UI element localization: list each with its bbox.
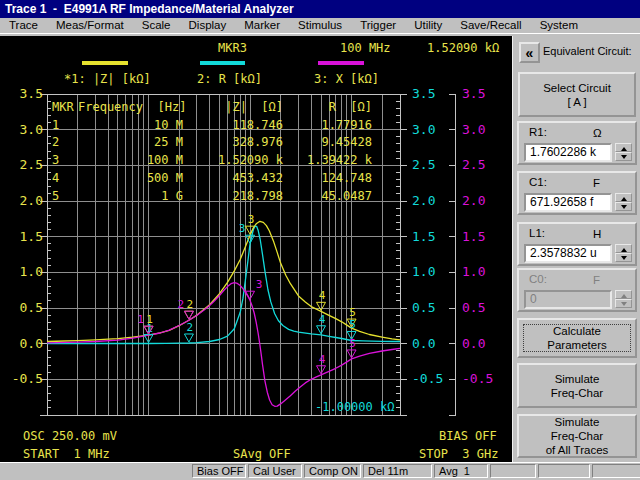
status-cell-avg-1: Avg 1	[434, 464, 488, 478]
trace-1-color-bar	[82, 61, 128, 65]
menu-item-meas-format[interactable]: Meas/Format	[47, 18, 133, 33]
calculate-parameters-button[interactable]: Calculate Parameters	[517, 318, 637, 358]
marker-2-symbol	[184, 334, 193, 342]
marker-2-label: 2	[187, 298, 194, 311]
arrow-down-icon	[621, 155, 627, 159]
focus-rectangle	[523, 324, 631, 352]
status-cell-cal-user: Cal User	[248, 464, 302, 478]
menu-item-marker[interactable]: Marker	[235, 18, 289, 33]
select-circuit-button[interactable]: Select Circuit [ A ]	[518, 72, 636, 117]
status-cell-bias-off: Bias OFF	[192, 464, 246, 478]
table-cell: 1.52090 k	[185, 153, 283, 167]
active-marker-label: MKR3	[218, 41, 247, 55]
active-marker-frequency: 100 MHz	[340, 41, 391, 55]
spinner-down-button[interactable]	[615, 253, 632, 262]
marker-4-label: 4	[319, 289, 326, 302]
marker-2-label: 2	[187, 321, 194, 334]
table-cell: 2	[52, 135, 78, 149]
simulate-all-traces-button[interactable]: Simulate Freq-Char of All Traces	[517, 414, 637, 458]
status-cell-comp-on: Comp ON	[304, 464, 361, 478]
spinner-down-button[interactable]	[615, 152, 632, 161]
status-cell-empty	[490, 464, 536, 478]
marker-3-label: 3	[248, 213, 255, 226]
analyzer-window: Trace 1 - E4991A RF Impedance/Material A…	[0, 0, 640, 480]
axis-label-trace-2: 3.5	[412, 86, 435, 101]
table-cell: 124.748	[285, 171, 372, 185]
marker-1-label: 1	[137, 313, 144, 326]
axis-label-trace-1: 1.0	[20, 264, 43, 279]
table-cell: 5	[52, 189, 78, 203]
status-cell-empty	[538, 464, 590, 478]
field-group-l1: L1:H2.3578832 u	[517, 222, 637, 266]
axis-label-trace-3: 1.0	[462, 264, 485, 279]
menu-item-scale[interactable]: Scale	[133, 18, 180, 33]
field-value-input: 0	[524, 290, 612, 309]
axis-label-trace-1: 0.0	[20, 336, 43, 351]
arrow-down-icon	[621, 205, 627, 209]
status-cell-empty	[592, 464, 640, 478]
field-group-c1: C1:F671.92658 f	[517, 171, 637, 215]
table-cell: Frequency [Hz]	[78, 100, 183, 114]
field-unit-label: F	[593, 274, 600, 286]
table-cell: 10 M	[78, 118, 183, 132]
field-unit-label: F	[593, 177, 600, 189]
axis-label-trace-1: -0.5	[12, 371, 43, 386]
field-spinner	[615, 290, 632, 309]
axis-label-trace-2: 1.0	[412, 264, 435, 279]
trace-3-legend-label: 3: X [kΩ]	[314, 72, 379, 86]
marker-2-label: 2	[178, 298, 185, 311]
menu-item-stimulus[interactable]: Stimulus	[289, 18, 351, 33]
menu-item-system[interactable]: System	[531, 18, 587, 33]
spinner-up-button[interactable]	[615, 143, 632, 152]
marker-3-label: 3	[239, 222, 246, 235]
spinner-down-button[interactable]	[615, 202, 632, 211]
arrow-up-icon	[621, 294, 627, 298]
field-value-input[interactable]: 671.92658 f	[524, 193, 612, 212]
reference-value-label: -1.00000 kΩ	[315, 400, 394, 414]
collapse-panel-button[interactable]: «	[519, 42, 540, 63]
field-name-label: R1:	[529, 126, 547, 138]
active-marker-value: 1.52090 kΩ	[427, 41, 499, 55]
osc-level-label: OSC 250.00 mV	[23, 429, 117, 443]
table-row: 3100 M1.52090 k1.39422 k	[0, 153, 512, 168]
table-row: 110 M118.7461.77916	[0, 118, 512, 133]
status-cell-del-11m: Del 11m	[363, 464, 432, 478]
menu-item-display[interactable]: Display	[180, 18, 236, 33]
table-cell: R [Ω]	[285, 100, 372, 114]
sweep-average-label: SAvg OFF	[233, 447, 291, 461]
simulate-freq-char-button[interactable]: Simulate Freq-Char	[517, 363, 637, 408]
field-value-input[interactable]: 1.7602286 k	[524, 143, 612, 162]
menu-item-trigger[interactable]: Trigger	[351, 18, 405, 33]
marker-4-label: 4	[319, 353, 326, 366]
table-cell: 9.45428	[285, 135, 372, 149]
field-value-input[interactable]: 2.3578832 u	[524, 244, 612, 263]
table-cell: 1	[52, 118, 78, 132]
spinner-up-button[interactable]	[615, 193, 632, 202]
field-name-label: C0:	[529, 273, 547, 285]
axis-label-trace-1: 0.5	[20, 300, 43, 315]
table-row: 225 M328.9769.45428	[0, 135, 512, 150]
table-header-row: MKRFrequency [Hz]|Z| [Ω]R [Ω]	[0, 100, 512, 115]
table-cell: 453.432	[185, 171, 283, 185]
spinner-up-button	[615, 290, 632, 299]
table-cell: |Z| [Ω]	[185, 100, 283, 114]
window-title: Trace 1 - E4991A RF Impedance/Material A…	[5, 2, 294, 16]
menu-item-save-recall[interactable]: Save/Recall	[451, 18, 530, 33]
field-group-c0: C0:F0	[517, 268, 637, 312]
menu-item-utility[interactable]: Utility	[405, 18, 451, 33]
marker-5-label: 5	[349, 306, 356, 319]
marker-3-label: 3	[256, 278, 263, 291]
status-bar: Bias OFFCal UserComp ONDel 11mAvg 1	[0, 462, 640, 480]
menu-item-trace[interactable]: Trace	[0, 18, 47, 33]
spinner-up-button[interactable]	[615, 244, 632, 253]
table-cell: 118.746	[185, 118, 283, 132]
arrow-up-icon	[621, 147, 627, 151]
title-bar: Trace 1 - E4991A RF Impedance/Material A…	[0, 0, 640, 18]
axis-label-trace-1: 3.5	[20, 86, 43, 101]
field-name-label: L1:	[529, 227, 545, 239]
field-unit-label: Ω	[593, 127, 602, 139]
status-spacer	[0, 463, 192, 480]
bias-status-label: BIAS OFF	[439, 429, 497, 443]
axis-label-trace-2: 0.0	[412, 336, 435, 351]
arrow-up-icon	[621, 197, 627, 201]
